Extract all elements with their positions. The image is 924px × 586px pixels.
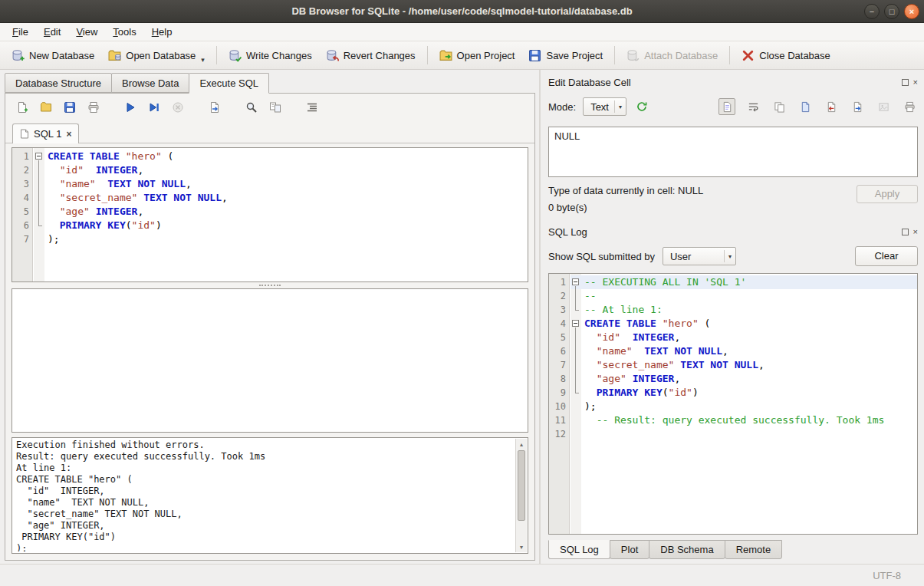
fold-marker[interactable]	[33, 150, 44, 163]
close-panel-icon[interactable]: ×	[913, 78, 918, 87]
sql-tab[interactable]: SQL 1 ×	[12, 123, 79, 143]
button-label: Open Database	[126, 50, 196, 61]
scroll-down-icon[interactable]: ▾	[516, 542, 527, 552]
line-number: 4	[12, 191, 33, 205]
print-icon	[87, 101, 100, 114]
toolbar-separator	[614, 46, 615, 64]
open-database-button[interactable]: Open Database ▾	[101, 44, 212, 67]
code-text: "age" INTEGER,	[44, 205, 143, 219]
maximize-button[interactable]: □	[884, 4, 899, 19]
menu-tools[interactable]: Tools	[105, 24, 143, 40]
find-replace-button[interactable]	[267, 99, 284, 116]
print-cell-button[interactable]	[901, 98, 918, 115]
new-database-button[interactable]: New Database	[5, 44, 101, 67]
statusbar: UTF-8	[0, 564, 924, 586]
open-sql-file-button[interactable]	[38, 99, 54, 116]
tab-execute-sql[interactable]: Execute SQL	[189, 73, 269, 94]
results-grid[interactable]	[12, 288, 528, 433]
auto-switch-mode-button[interactable]	[633, 98, 650, 115]
close-database-button[interactable]: Close Database	[735, 44, 837, 67]
left-pane: Database Structure Browse Data Execute S…	[0, 70, 539, 564]
collapse-icon[interactable]	[572, 320, 579, 327]
code-line: 4CREATE TABLE "hero" (	[549, 317, 917, 331]
tab-db-schema[interactable]: DB Schema	[649, 540, 725, 559]
find-button[interactable]	[243, 99, 260, 116]
submitter-value: User	[670, 251, 718, 262]
copy-cell-button[interactable]	[771, 98, 788, 115]
execute-all-button[interactable]	[122, 99, 139, 116]
fold-marker[interactable]	[570, 275, 581, 289]
editor-grid-splitter[interactable]	[5, 282, 534, 288]
line-number: 7	[549, 358, 570, 372]
tab-database-structure[interactable]: Database Structure	[5, 73, 112, 93]
sql-editor[interactable]: 1CREATE TABLE "hero" (2 "id" INTEGER,3 "…	[12, 147, 528, 282]
menu-file[interactable]: File	[5, 24, 36, 40]
open-project-button[interactable]: Open Project	[432, 44, 522, 67]
sql-tab-label: SQL 1	[34, 128, 61, 140]
float-panel-icon[interactable]	[902, 79, 909, 86]
code-text: PRIMARY KEY("id")	[581, 386, 699, 400]
scroll-thumb[interactable]	[518, 450, 525, 521]
line-number: 1	[549, 275, 570, 289]
close-button[interactable]: ×	[904, 4, 919, 19]
sql-log-view[interactable]: 1-- EXECUTING ALL IN 'SQL 1'2--3-- At li…	[548, 273, 918, 535]
menu-view[interactable]: View	[68, 24, 105, 40]
menu-edit[interactable]: Edit	[36, 24, 68, 40]
save-sql-file-button[interactable]	[61, 99, 78, 116]
auto-switch-mode-icon	[636, 100, 648, 113]
sql-editor-area: 1CREATE TABLE "hero" (2 "id" INTEGER,3 "…	[12, 148, 528, 281]
close-panel-icon[interactable]: ×	[913, 228, 918, 236]
revert-changes-button[interactable]: Revert Changes	[319, 44, 423, 67]
open-sql-file-icon	[40, 101, 52, 114]
import-cell-data-button[interactable]	[823, 98, 840, 115]
sql-tab-close-icon[interactable]: ×	[66, 129, 71, 140]
execute-line-button[interactable]	[146, 99, 163, 116]
edit-cell-title: Edit Database Cell	[548, 77, 902, 88]
chevron-down-icon[interactable]: ▾	[201, 56, 205, 67]
attach-database-button: Attach Database	[620, 44, 725, 67]
sql-editor-lines: 1CREATE TABLE "hero" (2 "id" INTEGER,3 "…	[12, 150, 528, 246]
cell-editor[interactable]: NULL	[548, 127, 918, 177]
text-mode-button[interactable]	[718, 98, 735, 115]
mode-combobox[interactable]: Text ▾	[583, 97, 626, 116]
export-results-button[interactable]	[206, 99, 223, 116]
menu-help[interactable]: Help	[144, 24, 180, 40]
tab-browse-data[interactable]: Browse Data	[111, 73, 189, 93]
bottom-tabbar: SQL Log Plot DB Schema Remote	[548, 540, 781, 559]
export-cell-data-button[interactable]	[849, 98, 866, 115]
find-icon	[245, 101, 258, 114]
open-cell-data-button[interactable]	[797, 98, 814, 115]
scroll-up-icon[interactable]: ▴	[516, 439, 527, 449]
submitter-combobox[interactable]: User ▾	[663, 247, 736, 265]
code-line: 9 PRIMARY KEY("id")	[549, 386, 917, 400]
output-scrollbar[interactable]: ▴ ▾	[515, 439, 527, 552]
open-project-icon	[439, 49, 452, 62]
line-number: 3	[12, 177, 33, 191]
collapse-icon[interactable]	[572, 278, 579, 285]
main-toolbar: New Database Open Database ▾ Write Chang…	[0, 41, 924, 70]
code-line: 7);	[12, 232, 528, 246]
sql-log-lines: 1-- EXECUTING ALL IN 'SQL 1'2--3-- At li…	[549, 275, 917, 441]
code-text: "secret_name" TEXT NOT NULL,	[44, 191, 228, 205]
minimize-button[interactable]: −	[864, 4, 880, 19]
code-line: 3-- At line 1:	[549, 303, 917, 317]
code-text: );	[581, 400, 597, 413]
print-sql-button[interactable]	[85, 99, 102, 116]
tab-sql-log[interactable]: SQL Log	[548, 540, 610, 559]
sql-log-header: SQL Log ×	[548, 224, 918, 239]
clear-log-button[interactable]: Clear	[855, 246, 918, 266]
float-panel-icon[interactable]	[902, 229, 909, 235]
code-line: 4 "secret_name" TEXT NOT NULL,	[12, 191, 528, 205]
format-sql-button[interactable]	[304, 99, 321, 116]
tab-plot[interactable]: Plot	[610, 540, 649, 559]
code-line: 12	[549, 427, 917, 441]
collapse-icon[interactable]	[35, 153, 42, 160]
word-wrap-button[interactable]	[745, 98, 761, 115]
save-project-button[interactable]: Save Project	[521, 44, 610, 67]
fold-marker[interactable]	[570, 317, 581, 331]
text-document-icon	[722, 101, 733, 113]
tab-remote[interactable]: Remote	[725, 540, 783, 559]
fold-marker	[570, 289, 581, 303]
write-changes-button[interactable]: Write Changes	[222, 44, 319, 67]
new-tab-button[interactable]	[14, 99, 31, 116]
